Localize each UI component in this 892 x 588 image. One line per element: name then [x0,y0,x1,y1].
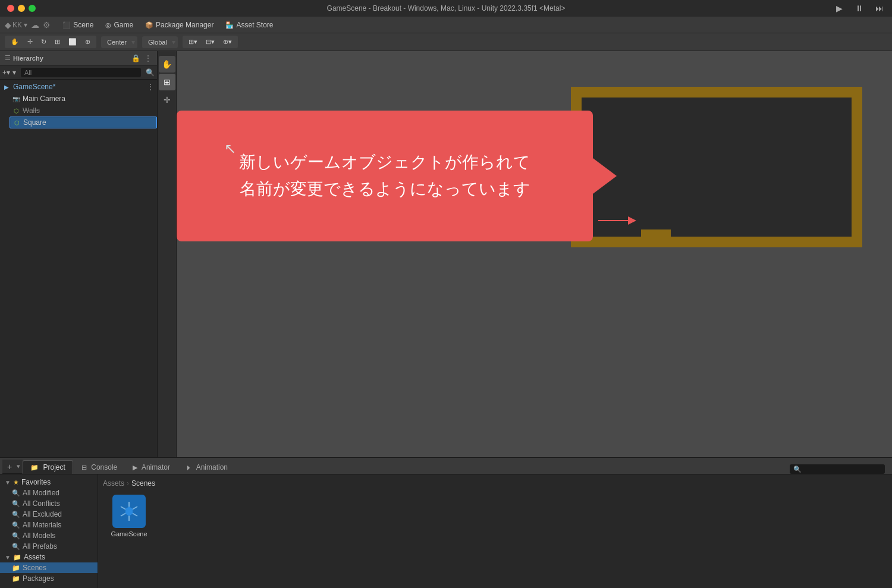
center-button[interactable]: Center [103,37,130,47]
play-controls: ▶ ⏸ ⏭ [834,3,885,14]
snap-settings[interactable]: ⊞▾ [185,37,201,47]
search-icon-prefabs: 🔍 [12,543,20,551]
project-item-all-materials[interactable]: 🔍 All Materials [0,520,98,530]
pause-button[interactable]: ⏸ [854,3,865,14]
gamescene-menu[interactable]: ⋮ [146,82,155,92]
hierarchy-item-gamescene[interactable]: ▶ GameScene* ⋮ [0,81,157,93]
scene-toolbar: ✋ ✛ ↻ ⊞ ⬜ ⊕ Center ▾ Global ▾ ⊞▾ ⊟▾ ⊕▾ [0,33,892,51]
breadcrumb: Assets › Scenes [103,479,887,488]
bottom-content: ▼ ★ Favorites 🔍 All Modified 🔍 All Confl… [0,474,892,588]
hierarchy-item-square[interactable]: ⬡ Square [10,117,157,128]
main-area: ☰ Hierarchy 🔒 ⋮ +▾ ▾ 🔍 ▶ GameScene* ⋮ 📷 [0,51,892,457]
menu-asset-store[interactable]: 🏪Asset Store [221,20,278,30]
rect-tool-sidebar[interactable]: ⊞ [159,74,175,90]
menu-package-manager[interactable]: 📦Package Manager [140,20,218,30]
project-search-area [785,464,890,474]
hierarchy-title: Hierarchy [13,55,43,62]
square-label: Square [23,118,46,127]
play-button[interactable]: ▶ [834,3,844,14]
project-item-scenes[interactable]: 📁 Scenes [0,562,98,573]
menu-bar: ◆ KK ▾ ☁ ⚙ ⬛Scene ◎Game 📦Package Manager… [0,17,892,33]
tab-animation[interactable]: ⏵ Animation [178,461,235,474]
search-icon-excluded: 🔍 [12,511,20,518]
project-tab-icon: 📁 [30,464,39,471]
arrow-head-icon [628,216,636,225]
hierarchy-header: ☰ Hierarchy 🔒 ⋮ [0,51,157,65]
minimize-button[interactable] [18,5,25,12]
project-item-all-prefabs[interactable]: 🔍 All Prefabs [0,541,98,552]
callout-tooltip: 新しいゲームオブジェクトが作られて名前が変更できるようになっています [177,111,593,241]
lock-icon[interactable]: 🔒 [131,54,140,62]
hand-tool-sidebar[interactable]: ✋ [159,56,175,73]
add-hierarchy-button[interactable]: +▾ [2,68,10,77]
bottom-tabs: + ▾ 📁 Project ⊟ Console ▶ Animator ⏵ Ani… [0,458,892,474]
project-item-packages[interactable]: 📁 Packages [0,573,98,584]
tab-project[interactable]: 📁 Project [23,460,73,474]
scale-tool[interactable]: ⊞ [51,37,64,47]
global-button[interactable]: Global [145,37,171,47]
gizmos-settings[interactable]: ⊕▾ [219,37,235,47]
step-button[interactable]: ⏭ [874,3,885,14]
hierarchy-header-right: 🔒 ⋮ [131,54,152,63]
project-item-all-conflicts[interactable]: 🔍 All Conflicts [0,498,98,509]
packages-folder-icon: 📁 [12,575,20,583]
viewport-bottom-bar [641,229,671,247]
hierarchy-search-input[interactable] [21,68,141,77]
hierarchy-header-left: ☰ Hierarchy [5,54,43,62]
transform-all-tool[interactable]: ⊕ [81,37,94,47]
tab-console[interactable]: ⊟ Console [74,461,124,474]
project-item-all-modified[interactable]: 🔍 All Modified [0,488,98,498]
arrow-line [598,220,628,221]
scene-menu-icon: ⬛ [62,21,71,29]
project-item-all-models[interactable]: 🔍 All Models [0,530,98,541]
grid-settings[interactable]: ⊟▾ [202,37,218,47]
gamescene-label: GameScene* [13,83,55,91]
hierarchy-menu-button[interactable]: ⋮ [144,54,152,63]
breadcrumb-scenes[interactable]: Scenes [131,479,155,488]
sort-button[interactable]: ▾ [12,68,16,77]
menu-scene[interactable]: ⬛Scene [58,20,98,30]
scenes-folder-icon: 📁 [12,564,20,572]
breadcrumb-separator: › [127,479,129,488]
asset-gamescene[interactable]: GameScene [105,495,153,537]
square-icon: ⬡ [12,118,21,127]
project-sidebar: ▼ ★ Favorites 🔍 All Modified 🔍 All Confl… [0,474,98,588]
project-panel-toolbar: + ▾ [2,460,23,474]
scene-view: ✋ ⊞ ✛ 新しいゲームオブジェクトが作られて名前が変更できるようになっています… [158,51,892,457]
favorites-label: Favorites [21,478,51,486]
console-tab-icon: ⊟ [81,464,87,471]
hierarchy-search-icon[interactable]: 🔍 [146,68,155,77]
project-sort-button[interactable]: ▾ [17,463,20,470]
tab-animator[interactable]: ▶ Animator [125,461,177,474]
search-icon-modified: 🔍 [12,489,20,497]
account-label[interactable]: KK ▾ [12,21,27,29]
settings-icon[interactable]: ⚙ [43,20,51,30]
hierarchy-item-main-camera[interactable]: 📷 Main Camera [10,93,157,105]
project-search-input[interactable] [790,464,885,474]
cloud-icon[interactable]: ☁ [31,20,39,30]
window-title: GameScene - Breakout - Windows, Mac, Lin… [327,4,566,12]
assets-section[interactable]: ▼ 📁 Assets [0,552,98,562]
hand-tool[interactable]: ✋ [7,37,23,47]
hierarchy-menu-icon: ☰ [5,54,11,62]
close-button[interactable] [7,5,14,12]
menu-game[interactable]: ◎Game [100,20,138,30]
move-tool-sidebar[interactable]: ✛ [159,92,175,108]
arrow-indicator [598,216,636,225]
main-camera-label: Main Camera [23,95,65,103]
camera-icon: 📷 [12,95,20,103]
project-item-all-excluded[interactable]: 🔍 All Excluded [0,509,98,520]
rotate-tool[interactable]: ↻ [37,37,50,47]
callout-text: 新しいゲームオブジェクトが作られて名前が変更できるようになっています [215,137,554,215]
maximize-button[interactable] [29,5,36,12]
move-tool[interactable]: ✛ [24,37,36,47]
title-bar: GameScene - Breakout - Windows, Mac, Lin… [0,0,892,17]
add-project-button[interactable]: + [5,462,14,471]
hierarchy-item-walls[interactable]: ⬡ Walls [10,105,157,117]
rect-tool[interactable]: ⬜ [65,37,80,47]
search-icon-conflicts: 🔍 [12,500,20,508]
breadcrumb-assets[interactable]: Assets [103,479,124,488]
traffic-lights [7,5,36,12]
favorites-section[interactable]: ▼ ★ Favorites [0,477,98,488]
pivot-group: Center ▾ [101,36,137,48]
